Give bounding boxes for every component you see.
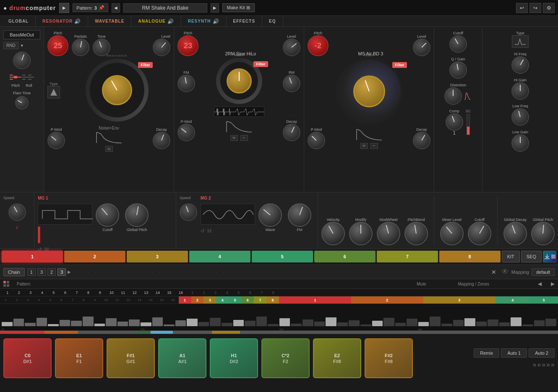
eq-higain-knob[interactable] bbox=[511, 82, 529, 100]
step-bar-col-5[interactable] bbox=[60, 305, 70, 326]
undo-button[interactable]: ↩ bbox=[516, 3, 528, 13]
eq-hifreq-knob[interactable] bbox=[511, 56, 529, 74]
step-bar-col-41[interactable] bbox=[476, 305, 487, 326]
eq-lowfreq-knob[interactable] bbox=[511, 108, 529, 126]
step-bar-col-35[interactable] bbox=[407, 305, 417, 326]
tab-effects[interactable]: EFFECTS bbox=[227, 16, 263, 26]
vel-velocity-knob[interactable] bbox=[321, 222, 345, 245]
wt-pitch-knob[interactable]: 23 bbox=[177, 35, 198, 56]
pad-4[interactable]: A1A#1 bbox=[158, 338, 206, 378]
step-bar-col-6[interactable] bbox=[71, 305, 82, 326]
step-bar-col-4[interactable] bbox=[48, 305, 59, 326]
vel-globaldecay-knob[interactable] bbox=[503, 222, 527, 245]
mg2-wave-knob[interactable] bbox=[258, 203, 282, 227]
global-knob[interactable] bbox=[13, 52, 31, 69]
lane-nav-right[interactable]: ▶ bbox=[551, 281, 555, 287]
step-bar-col-22[interactable] bbox=[256, 305, 267, 326]
wt-m-button[interactable]: M bbox=[230, 135, 238, 141]
wt-fm-knob[interactable] bbox=[177, 75, 195, 92]
rs-main-knob[interactable] bbox=[353, 75, 385, 107]
step-bar-col-8[interactable] bbox=[94, 305, 105, 326]
wt-level-knob[interactable] bbox=[283, 39, 300, 56]
pad-8[interactable]: F#2F#8 bbox=[365, 338, 413, 378]
step-bar-col-7[interactable] bbox=[83, 305, 94, 326]
step-bar-col-12[interactable] bbox=[141, 305, 151, 326]
fx-cutoff-knob[interactable] bbox=[449, 35, 467, 53]
vel-globalpitch-knob[interactable] bbox=[531, 222, 555, 245]
rnd-button[interactable]: RND bbox=[3, 42, 18, 49]
wt-rm-knob[interactable] bbox=[283, 75, 300, 92]
step-bar-col-34[interactable] bbox=[395, 305, 406, 326]
step-bar-col-42[interactable] bbox=[488, 305, 498, 326]
settings-button[interactable]: ⚙ bbox=[543, 3, 555, 13]
step-bar-col-15[interactable] bbox=[175, 305, 186, 326]
step-bar-col-47[interactable] bbox=[545, 305, 556, 326]
auto2-button[interactable]: Auto 2 bbox=[529, 348, 555, 358]
pattern-button-3[interactable]: 3 bbox=[127, 251, 188, 262]
chain-button[interactable]: Chain bbox=[3, 268, 25, 276]
step-bar-col-44[interactable] bbox=[511, 305, 521, 326]
step-bar-col-3[interactable] bbox=[37, 305, 47, 326]
pad-6[interactable]: C*2F2 bbox=[261, 338, 310, 378]
rs-color-ring[interactable]: Filter bbox=[336, 58, 403, 125]
resonator-decay-knob[interactable] bbox=[153, 132, 170, 149]
rs-m-button[interactable]: M bbox=[360, 143, 368, 149]
step-bar-col-23[interactable] bbox=[268, 305, 279, 326]
step-bar-col-46[interactable] bbox=[534, 305, 545, 326]
chain-num-2[interactable]: 2 bbox=[47, 268, 56, 276]
step-bar-col-9[interactable] bbox=[106, 305, 117, 326]
mg1-globalpitch-knob[interactable] bbox=[125, 203, 149, 227]
resonator-pmod-knob[interactable] bbox=[47, 132, 65, 149]
tab-analogue[interactable]: ANALOGUE 🔊 bbox=[131, 16, 181, 26]
vel-pitchbend-knob[interactable] bbox=[404, 222, 428, 245]
auto1-button[interactable]: Auto 1 bbox=[501, 348, 527, 358]
resonator-partials-knob[interactable] bbox=[72, 39, 89, 56]
kit-button[interactable]: KIT bbox=[502, 251, 520, 262]
mg2-reset-icon[interactable]: ↺ bbox=[201, 228, 205, 234]
step-bar-col-29[interactable] bbox=[337, 305, 348, 326]
pad-1[interactable]: C0D#1 bbox=[3, 338, 52, 378]
step-bar-col-43[interactable] bbox=[499, 305, 510, 326]
pattern-button-1[interactable]: 1 bbox=[2, 251, 63, 262]
step-bar-col-2[interactable] bbox=[25, 305, 36, 326]
tab-resynth[interactable]: RESYNTH 🔊 bbox=[181, 16, 227, 26]
step-bar-col-17[interactable] bbox=[198, 305, 209, 326]
step-bar-col-11[interactable] bbox=[129, 305, 140, 326]
step-bar-col-33[interactable] bbox=[383, 305, 394, 326]
step-bar-col-32[interactable] bbox=[372, 305, 383, 326]
chain-num-3[interactable]: 3 bbox=[57, 268, 66, 276]
resonator-pitch-knob[interactable]: 25 bbox=[47, 35, 68, 56]
chain-close-icon[interactable]: ✕ bbox=[491, 269, 496, 275]
flam-time-knob[interactable] bbox=[15, 96, 29, 109]
step-bar-col-20[interactable] bbox=[233, 305, 244, 326]
redo-button[interactable]: ↪ bbox=[529, 3, 541, 13]
make-kit-button[interactable]: Make Kit ⊞ bbox=[222, 3, 255, 12]
wt-filter-badge[interactable]: Filter bbox=[253, 61, 268, 67]
chain-num-1[interactable]: 3 bbox=[37, 268, 46, 276]
fx-comp-knob[interactable] bbox=[446, 113, 463, 131]
rnd-dropdown-arrow[interactable]: ▼ bbox=[20, 44, 24, 48]
step-bar-col-26[interactable] bbox=[302, 305, 313, 326]
tab-wavetable[interactable]: WAVETABLE bbox=[88, 16, 131, 26]
vel-mixerlevel-knob[interactable] bbox=[440, 222, 464, 245]
remix-button[interactable]: Remix bbox=[474, 348, 499, 358]
mg1-cutoff-knob[interactable] bbox=[96, 203, 119, 227]
chain-eye-icon[interactable]: 👁 bbox=[501, 267, 509, 276]
rs-minus-button[interactable]: − bbox=[370, 143, 378, 149]
pattern-button-4[interactable]: 4 bbox=[189, 251, 250, 262]
chain-num-0[interactable]: 1 bbox=[27, 268, 36, 276]
pattern-nav-left[interactable]: ◀ bbox=[112, 3, 120, 13]
wt-decay-knob[interactable] bbox=[283, 124, 300, 141]
tab-eq[interactable]: EQ bbox=[262, 16, 283, 26]
step-bar-col-40[interactable] bbox=[464, 305, 475, 326]
step-bar-col-18[interactable] bbox=[210, 305, 221, 326]
step-bar-col-37[interactable] bbox=[430, 305, 441, 326]
play-button[interactable]: ▶ bbox=[59, 3, 69, 13]
pattern-button-5[interactable]: 5 bbox=[252, 251, 313, 262]
resonator-m-button[interactable]: M bbox=[105, 146, 113, 152]
tab-global[interactable]: GLOBAL bbox=[2, 16, 36, 26]
resonator-type-display[interactable] bbox=[47, 86, 60, 99]
step-bar-col-13[interactable] bbox=[152, 305, 163, 326]
pin-icon[interactable]: 📌 bbox=[99, 5, 104, 10]
tab-resonator[interactable]: RESONATOR 🔊 bbox=[36, 16, 88, 26]
